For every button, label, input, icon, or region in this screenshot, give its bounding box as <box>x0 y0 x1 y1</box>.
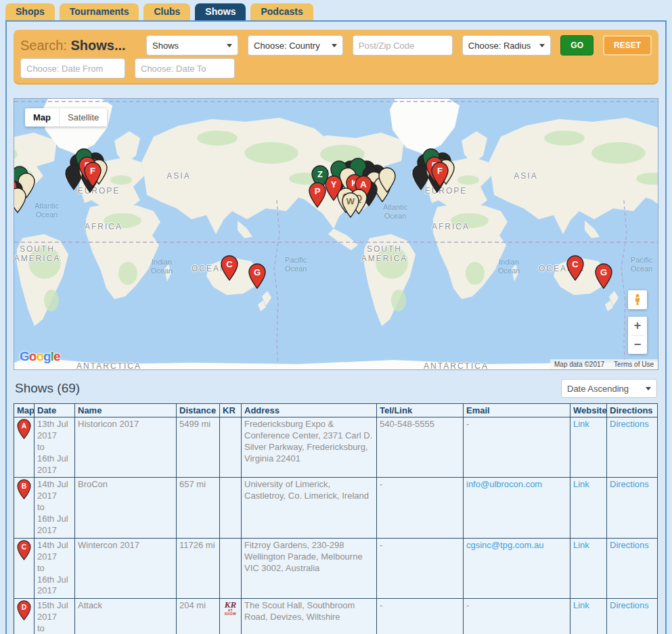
address-cell: Fredericksburg Expo & Conference Center,… <box>242 417 377 478</box>
tel-cell: - <box>377 478 464 538</box>
date-cell: 13th Jul 2017to16th Jul 2017 <box>35 417 75 478</box>
kr-cell: KR AT SHOW <box>220 599 242 634</box>
country-select[interactable]: Choose: Country <box>248 35 343 55</box>
map-marker-f[interactable]: F <box>431 162 449 190</box>
directions-link[interactable]: Directions <box>610 419 649 429</box>
terms-of-use-link[interactable]: Terms of Use <box>614 361 654 368</box>
date-from-input[interactable] <box>20 58 125 78</box>
map-marker[interactable] <box>378 167 396 196</box>
map-pin-cell[interactable]: C <box>14 538 35 598</box>
map-data-text: Map data ©2017 <box>554 361 604 368</box>
map-attribution: Map data ©2017 Terms of Use <box>550 359 658 369</box>
tel-cell: - <box>377 538 464 598</box>
sort-select[interactable]: Date Ascending <box>561 379 657 398</box>
zoom-in-button[interactable]: + <box>628 317 647 335</box>
date-to-input[interactable] <box>135 58 235 78</box>
map-type-control: Map Satellite <box>25 108 107 127</box>
tab-clubs[interactable]: Clubs <box>143 3 190 20</box>
svg-text:G: G <box>254 267 261 277</box>
website-link[interactable]: Link <box>573 479 589 489</box>
email-link[interactable]: cgsinc@tpg.com.au <box>466 540 543 550</box>
svg-text:P: P <box>315 186 321 196</box>
satellite-button[interactable]: Satellite <box>60 108 107 127</box>
svg-text:F: F <box>90 166 95 176</box>
column-header-tel-link: Tel/Link <box>377 404 464 417</box>
map-marker-g[interactable]: G <box>248 263 266 292</box>
tab-tournaments[interactable]: Tournaments <box>60 3 139 20</box>
map-marker-g[interactable]: G <box>595 263 612 292</box>
svg-text:A: A <box>360 179 367 189</box>
email-cell[interactable]: cgsinc@tpg.com.au <box>464 538 570 598</box>
svg-text:C: C <box>226 259 233 269</box>
tab-podcasts[interactable]: Podcasts <box>250 3 313 20</box>
table-row-b: B 14th Jul 2017to16th Jul 2017BroCon657 … <box>14 478 658 538</box>
date-cell: 14th Jul 2017to16th Jul 2017 <box>35 538 75 598</box>
directions-link[interactable]: Directions <box>610 540 649 550</box>
column-header-distance: Distance <box>177 404 220 417</box>
name-cell: Historicon 2017 <box>75 417 177 478</box>
pegman-control[interactable] <box>628 290 647 309</box>
map-pin-cell[interactable]: D <box>14 599 35 634</box>
zoom-out-button[interactable]: − <box>628 336 647 354</box>
map-marker[interactable] <box>14 187 26 216</box>
svg-text:A: A <box>22 422 27 430</box>
kr-at-show-icon: KR AT SHOW <box>223 600 238 616</box>
directions-cell[interactable]: Directions <box>607 538 658 598</box>
map-marker-p[interactable]: P <box>309 182 326 210</box>
email-link[interactable]: info@ulbrocon.com <box>466 479 542 489</box>
map-pin-cell[interactable]: A <box>14 417 35 478</box>
date-cell: 14th Jul 2017to16th Jul 2017 <box>35 478 75 538</box>
distance-cell: 204 mi <box>177 599 220 634</box>
column-header-name: Name <box>75 404 177 417</box>
google-logo[interactable]: Google <box>20 349 60 364</box>
column-header-date: Date <box>35 404 75 417</box>
svg-text:D: D <box>22 604 26 612</box>
address-cell: Fitzroy Gardens, 230-298 Wellington Para… <box>242 538 377 598</box>
directions-link[interactable]: Directions <box>610 479 649 489</box>
map-marker-f[interactable]: F <box>84 162 102 190</box>
google-map[interactable]: ASIAEUROPEAFRICAAtlantic OceanSOUTH AMER… <box>14 98 658 370</box>
map-pin-cell[interactable]: B <box>14 478 35 538</box>
shows-table: MapDateNameDistanceKRAddressTel/LinkEmai… <box>14 403 658 634</box>
kr-cell <box>220 538 242 598</box>
website-cell[interactable]: Link <box>570 599 607 634</box>
radius-select[interactable]: Choose: Radius <box>462 35 551 55</box>
directions-cell[interactable]: Directions <box>607 478 658 538</box>
date-cell: 15th Jul 2017to16th Jul 2017 <box>35 599 75 634</box>
website-link[interactable]: Link <box>573 600 589 610</box>
map-marker-c[interactable]: C <box>221 255 238 284</box>
website-cell[interactable]: Link <box>570 538 607 598</box>
pegman-icon <box>632 294 643 306</box>
tel-cell: 540-548-5555 <box>377 417 464 478</box>
website-cell[interactable]: Link <box>570 478 607 538</box>
tab-shops[interactable]: Shops <box>5 3 55 20</box>
reset-button[interactable]: RESET <box>603 35 652 55</box>
website-link[interactable]: Link <box>573 419 589 429</box>
directions-link[interactable]: Directions <box>610 600 649 610</box>
chevron-down-icon <box>646 387 651 390</box>
website-cell[interactable]: Link <box>570 417 607 478</box>
chevron-down-icon <box>227 44 232 47</box>
tab-shows[interactable]: Shows <box>195 3 246 20</box>
map-button[interactable]: Map <box>25 108 59 127</box>
email-cell[interactable]: info@ulbrocon.com <box>464 478 570 538</box>
website-link[interactable]: Link <box>573 540 589 550</box>
distance-cell: 11726 mi <box>177 538 220 598</box>
column-header-directions: Directions <box>607 404 658 417</box>
column-header-email: Email <box>464 404 570 417</box>
type-select[interactable]: Shows <box>146 35 238 55</box>
map-marker-w[interactable]: W <box>342 192 359 221</box>
directions-cell[interactable]: Directions <box>607 599 658 634</box>
chevron-down-icon <box>332 44 337 47</box>
postzip-input[interactable] <box>353 35 453 55</box>
pin-b-icon: B <box>17 491 31 501</box>
pin-d-icon: D <box>17 612 31 622</box>
svg-text:C: C <box>22 543 27 551</box>
results-count-heading: Shows (69) <box>15 381 80 396</box>
distance-cell: 5499 mi <box>177 417 220 478</box>
map-marker-c[interactable]: C <box>566 255 584 284</box>
go-button[interactable]: GO <box>560 35 593 55</box>
address-cell: The Scout Hall, Southbroom Road, Devizes… <box>242 599 377 634</box>
directions-cell[interactable]: Directions <box>607 417 658 478</box>
world-map-terrain <box>14 99 658 369</box>
